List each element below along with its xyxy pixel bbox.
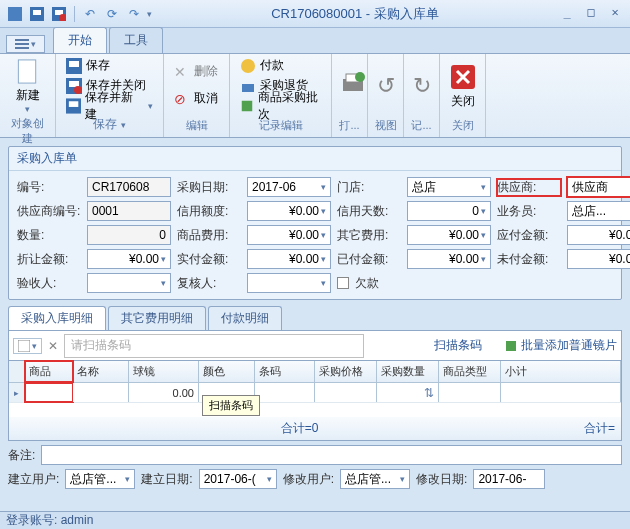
- col-sphere[interactable]: 球镜: [129, 361, 199, 382]
- credit-field[interactable]: ¥0.00▾: [247, 201, 331, 221]
- svg-rect-7: [15, 43, 29, 45]
- svg-rect-8: [15, 47, 29, 49]
- detail-toolbar: ▾ ✕ 请扫描条码 扫描条码 批量添加普通镜片: [8, 331, 622, 361]
- view-button[interactable]: ↺: [374, 56, 397, 116]
- detail-tabs: 采购入库明细 其它费用明细 付款明细: [8, 306, 622, 331]
- svg-point-22: [355, 72, 365, 82]
- actual-field[interactable]: ¥0.00▾: [247, 249, 331, 269]
- print-button[interactable]: [338, 56, 368, 116]
- add-row-button[interactable]: ▾: [13, 338, 42, 354]
- svg-rect-6: [15, 39, 29, 41]
- panel-title: 采购入库单: [9, 147, 621, 171]
- svg-rect-16: [69, 101, 78, 107]
- discount-field[interactable]: ¥0.00▾: [87, 249, 171, 269]
- table-row[interactable]: ▸ 0.00 ⇅: [9, 383, 621, 403]
- scan-label: 扫描条码: [434, 337, 482, 354]
- no-field: CR170608: [87, 177, 171, 197]
- credit-days-field[interactable]: 0▾: [407, 201, 491, 221]
- svg-rect-19: [242, 100, 253, 111]
- col-subtotal[interactable]: 小计: [501, 361, 621, 382]
- cancel-button[interactable]: ⊘取消: [170, 89, 222, 108]
- bulk-add-link[interactable]: 批量添加普通镜片: [504, 337, 617, 354]
- ribbon-tabs: ▾ 开始 工具: [0, 28, 630, 54]
- svg-rect-24: [18, 340, 30, 352]
- quick-access-toolbar: ↶ ⟳ ↷ ▾: [6, 5, 152, 23]
- close-window-button[interactable]: ✕: [606, 5, 624, 23]
- svg-rect-2: [33, 10, 41, 15]
- col-barcode[interactable]: 条码: [255, 361, 315, 382]
- subtab-detail[interactable]: 采购入库明细: [8, 306, 106, 330]
- col-qty[interactable]: 采购数量: [377, 361, 439, 382]
- undo-icon[interactable]: ↶: [81, 5, 99, 23]
- reviewer-field[interactable]: ▾: [247, 273, 331, 293]
- pay-button[interactable]: 付款: [236, 56, 325, 75]
- svg-point-14: [74, 86, 82, 94]
- col-name[interactable]: 名称: [73, 361, 129, 382]
- save-button[interactable]: 保存: [62, 56, 157, 75]
- receiver-field[interactable]: ▾: [87, 273, 171, 293]
- supplier-field[interactable]: 供应商▾: [567, 177, 630, 197]
- col-product[interactable]: 商品: [25, 361, 73, 382]
- col-type[interactable]: 商品类型: [439, 361, 501, 382]
- mod-user-field[interactable]: 总店管...▾: [340, 469, 410, 489]
- col-color[interactable]: 颜色: [199, 361, 255, 382]
- status-bar: 登录账号: admin: [0, 511, 630, 529]
- sales-field[interactable]: 总店...▾: [567, 201, 630, 221]
- scan-tooltip: 扫描条码: [202, 395, 260, 416]
- col-price[interactable]: 采购价格: [315, 361, 377, 382]
- login-account: 登录账号: admin: [6, 512, 93, 529]
- row-indicator-icon: ▸: [9, 383, 25, 402]
- paid-field[interactable]: ¥0.00▾: [407, 249, 491, 269]
- window-title: CR1706080001 - 采购入库单: [152, 5, 558, 23]
- create-user-field[interactable]: 总店管...▾: [65, 469, 135, 489]
- subtab-pay[interactable]: 付款明细: [208, 306, 282, 330]
- tab-start[interactable]: 开始: [53, 27, 107, 53]
- other-fee-field[interactable]: ¥0.00▾: [407, 225, 491, 245]
- delete-row-button[interactable]: ✕: [48, 339, 58, 353]
- date-field[interactable]: 2017-06▾: [247, 177, 331, 197]
- view-menu-button[interactable]: ▾: [6, 35, 45, 53]
- svg-rect-11: [69, 61, 79, 67]
- svg-rect-9: [18, 60, 35, 83]
- save-new-button[interactable]: 保存并新建▾: [62, 96, 157, 115]
- save-close-icon[interactable]: [50, 5, 68, 23]
- title-bar: ↶ ⟳ ↷ ▾ CR1706080001 - 采购入库单 _ □ ✕: [0, 0, 630, 28]
- close-button[interactable]: 关闭: [446, 56, 479, 116]
- redo-icon[interactable]: ↷: [125, 5, 143, 23]
- owe-checkbox[interactable]: [337, 277, 349, 289]
- ribbon: 新建▾ 对象创建 保存 保存并关闭 保存并新建▾ 保存 ▾ ✕删除 ⊘取消 编辑…: [0, 54, 630, 138]
- log-button[interactable]: ↻: [410, 56, 433, 116]
- qty-field: 0: [87, 225, 171, 245]
- detail-grid: 商品 名称 球镜 颜色 条码 采购价格 采购数量 商品类型 小计 ▸ 0.00 …: [8, 361, 622, 441]
- grid-footer: 合计=0 合计=: [9, 417, 621, 440]
- form-panel: 采购入库单 编号:CR170608 采购日期:2017-06▾ 门店:总店▾ 供…: [8, 146, 622, 300]
- svg-rect-18: [242, 84, 254, 92]
- content-area: 采购入库单 编号:CR170608 采购日期:2017-06▾ 门店:总店▾ 供…: [0, 138, 630, 511]
- goods-fee-field[interactable]: ¥0.00▾: [247, 225, 331, 245]
- subtab-other[interactable]: 其它费用明细: [108, 306, 206, 330]
- delete-button[interactable]: ✕删除: [170, 62, 222, 81]
- batch-button[interactable]: 商品采购批次: [236, 96, 325, 115]
- svg-point-17: [241, 59, 255, 73]
- unpaid-field[interactable]: ¥0.00▾: [567, 249, 630, 269]
- scan-input[interactable]: 请扫描条码: [64, 334, 364, 358]
- new-button[interactable]: 新建▾: [6, 56, 49, 116]
- save-icon[interactable]: [28, 5, 46, 23]
- refresh-icon[interactable]: ⟳: [103, 5, 121, 23]
- note-field[interactable]: [41, 445, 622, 465]
- maximize-button[interactable]: □: [582, 5, 600, 23]
- tab-tools[interactable]: 工具: [109, 27, 163, 53]
- mod-date-field[interactable]: 2017-06-: [473, 469, 545, 489]
- due-field[interactable]: ¥0.00▾: [567, 225, 630, 245]
- store-field[interactable]: 总店▾: [407, 177, 491, 197]
- app-menu-icon[interactable]: [6, 5, 24, 23]
- svg-rect-25: [506, 341, 516, 351]
- minimize-button[interactable]: _: [558, 5, 576, 23]
- create-date-field[interactable]: 2017-06-(▾: [199, 469, 277, 489]
- supplier-no-field: 0001: [87, 201, 171, 221]
- svg-rect-0: [8, 7, 22, 21]
